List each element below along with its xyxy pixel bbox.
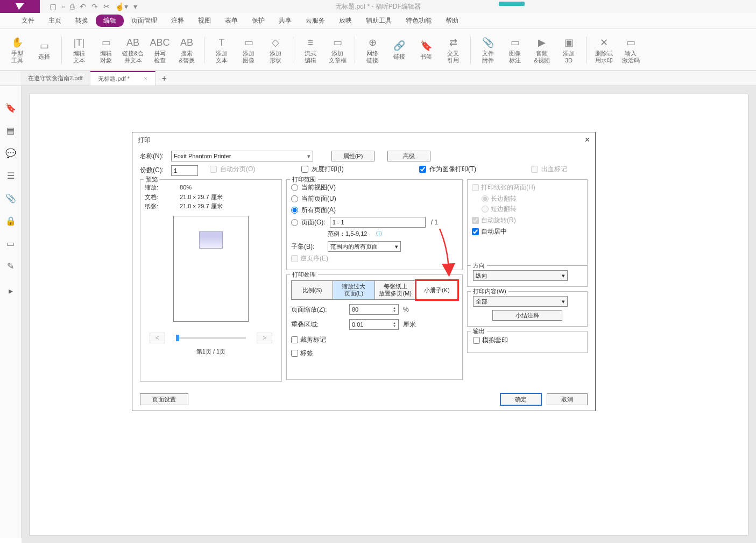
- page-indicator: 第1页 / 1页: [145, 348, 277, 356]
- scale-tab[interactable]: 比例(S): [291, 280, 333, 300]
- menu-保护[interactable]: 保护: [245, 14, 271, 27]
- fit-large-tab[interactable]: 缩放过大 页面(L): [333, 280, 375, 300]
- signatures-icon[interactable]: ✎: [5, 260, 16, 271]
- ribbon-添加文章框[interactable]: ▭添加 文章框: [326, 32, 349, 68]
- cut-icon[interactable]: ✂: [103, 2, 110, 11]
- ribbon-添加文本[interactable]: T添加 文本: [210, 32, 234, 68]
- grayscale-checkbox[interactable]: 灰度打印(I): [301, 165, 343, 174]
- ribbon-链接[interactable]: 🔗链接: [387, 32, 411, 68]
- summarize-comments-button[interactable]: 小结注释: [492, 310, 562, 321]
- ok-button[interactable]: 确定: [500, 393, 541, 405]
- dialog-titlebar: 打印 ×: [132, 132, 595, 147]
- ribbon-编辑文本[interactable]: |T|编辑 文本: [67, 32, 91, 68]
- comments-icon[interactable]: 💬: [5, 147, 16, 158]
- properties-button[interactable]: 属性(P): [331, 151, 375, 161]
- simulate-overprint-checkbox[interactable]: 模拟套印: [473, 336, 582, 345]
- expand-icon[interactable]: ▸: [5, 285, 16, 296]
- new-tab-button[interactable]: +: [156, 74, 173, 83]
- ribbon-音频&视频[interactable]: ▶音频 &视频: [530, 32, 554, 68]
- range-current-page[interactable]: 当前页面(U): [291, 194, 458, 203]
- next-page-button[interactable]: >: [257, 333, 272, 343]
- ribbon-搜索&替换[interactable]: AB搜索 &替换: [175, 32, 199, 68]
- print-range-fieldset: 打印范围 当前视图(V) 当前页面(U) 所有页面(A) 页面(G): / 1 …: [286, 179, 463, 270]
- page-setup-button[interactable]: 页面设置: [140, 393, 188, 405]
- orientation-select[interactable]: 纵向▾: [473, 270, 568, 281]
- info-icon[interactable]: ⓘ: [376, 230, 382, 237]
- menu-注释[interactable]: 注释: [165, 14, 190, 27]
- subset-select[interactable]: 范围内的所有页面▾: [328, 241, 401, 252]
- undo-icon[interactable]: ↶: [80, 2, 86, 11]
- prev-page-button[interactable]: <: [150, 333, 165, 343]
- ribbon-文件附件[interactable]: 📎文件 附件: [476, 32, 500, 68]
- menu-视图[interactable]: 视图: [192, 14, 217, 27]
- tab-doc-1[interactable]: 在遵守饮食指南2.pdf: [20, 71, 90, 86]
- pages-icon[interactable]: ▤: [5, 125, 16, 136]
- ribbon-网络链接[interactable]: ⊕网络 链接: [361, 32, 384, 68]
- ribbon-添加3D[interactable]: ▣添加 3D: [557, 32, 581, 68]
- ribbon-图像标注[interactable]: ▭图像 标注: [503, 32, 527, 68]
- ribbon-删除试用水印[interactable]: ✕删除试 用水印: [592, 32, 616, 68]
- ribbon-添加形状[interactable]: ◇添加 形状: [264, 32, 287, 68]
- close-icon[interactable]: ×: [144, 75, 147, 82]
- menu-文件[interactable]: 文件: [15, 14, 41, 27]
- page-slider[interactable]: [176, 337, 246, 339]
- doc-size-value: 21.0 x 29.7 厘米: [180, 193, 223, 202]
- layers-icon[interactable]: ☰: [5, 170, 16, 181]
- multiple-tab[interactable]: 每张纸上 放置多页(M): [375, 280, 416, 300]
- copies-input[interactable]: [171, 165, 198, 176]
- touch-icon[interactable]: ☝▾: [115, 2, 128, 11]
- range-all-pages[interactable]: 所有页面(A): [291, 206, 458, 215]
- range-hint: 范例：1,5-9,12 ⓘ: [328, 230, 458, 238]
- ribbon-label: 输入 激活码: [622, 50, 640, 63]
- menu-辅助工具[interactable]: 辅助工具: [359, 14, 398, 27]
- range-current-view[interactable]: 当前视图(V): [291, 183, 458, 192]
- save-icon[interactable]: ▫: [62, 2, 65, 11]
- cancel-button[interactable]: 取消: [547, 393, 588, 405]
- attachments-icon[interactable]: 📎: [5, 193, 16, 203]
- menu-帮助[interactable]: 帮助: [439, 14, 465, 27]
- print-icon[interactable]: ⎙: [70, 2, 74, 11]
- ribbon-选择[interactable]: ▭选择: [32, 32, 56, 68]
- auto-center-checkbox[interactable]: 自动居中: [472, 227, 583, 236]
- ribbon-编辑对象[interactable]: ▭编辑 对象: [94, 32, 118, 68]
- menu-云服务[interactable]: 云服务: [299, 14, 331, 27]
- ribbon-链接&合并文本[interactable]: AB链接&合 并文本: [121, 32, 145, 68]
- menu-特色功能[interactable]: 特色功能: [399, 14, 438, 27]
- ribbon-添加图像[interactable]: ▭添加 图像: [237, 32, 260, 68]
- range-legend: 打印范围: [290, 175, 318, 184]
- print-content-select[interactable]: 全部▾: [473, 296, 568, 307]
- menu-编辑[interactable]: 编辑: [96, 15, 124, 27]
- open-icon[interactable]: ▢: [50, 2, 56, 11]
- as-image-checkbox[interactable]: 作为图像打印(T): [419, 165, 476, 174]
- menu-表单[interactable]: 表单: [218, 14, 244, 27]
- ribbon-交叉引用[interactable]: ⇄交叉 引用: [441, 32, 465, 68]
- labels-checkbox[interactable]: 标签: [291, 349, 458, 358]
- tab-doc-2[interactable]: 无标题.pdf *×: [90, 71, 155, 86]
- crop-marks-checkbox[interactable]: 裁剪标记: [291, 335, 458, 344]
- ribbon-拼写检查[interactable]: ABC拼写 检查: [148, 32, 172, 68]
- menu-主页[interactable]: 主页: [42, 14, 68, 27]
- ribbon-icon: ABC: [153, 36, 166, 49]
- overlap-input[interactable]: 0.01▲▼: [349, 319, 399, 330]
- fields-icon[interactable]: ▭: [5, 238, 16, 249]
- page-range-input[interactable]: [330, 217, 426, 228]
- booklet-tab[interactable]: 小册子(K): [416, 280, 458, 300]
- menu-页面管理[interactable]: 页面管理: [125, 14, 164, 27]
- advanced-button[interactable]: 高级: [387, 151, 430, 161]
- security-icon[interactable]: 🔒: [5, 215, 16, 226]
- menu-共享[interactable]: 共享: [272, 14, 298, 27]
- ribbon-书签[interactable]: 🔖书签: [414, 32, 438, 68]
- range-pages[interactable]: 页面(G): / 1: [291, 217, 458, 228]
- page-zoom-input[interactable]: 80▲▼: [349, 304, 399, 315]
- printer-select[interactable]: Foxit Phantom Printer▾: [171, 151, 313, 161]
- ribbon-label: 添加 文章框: [329, 50, 347, 63]
- close-icon[interactable]: ×: [585, 135, 590, 145]
- menu-放映[interactable]: 放映: [333, 14, 358, 27]
- qat-more-icon[interactable]: ▾: [133, 2, 137, 11]
- bookmark-icon[interactable]: 🔖: [5, 102, 16, 113]
- ribbon-手型工具[interactable]: ✋手型 工具: [5, 32, 29, 68]
- ribbon-流式编辑[interactable]: ≡流式 编辑: [299, 32, 322, 68]
- ribbon-输入激活码[interactable]: ▭输入 激活码: [619, 32, 642, 68]
- menu-转换[interactable]: 转换: [69, 14, 95, 27]
- redo-icon[interactable]: ↷: [91, 2, 98, 11]
